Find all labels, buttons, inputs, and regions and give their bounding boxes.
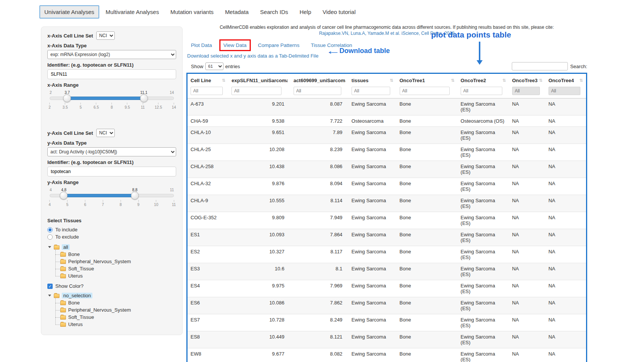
slider-tick: 14 <box>172 103 176 109</box>
table-row[interactable]: ES310.68.1Ewing SarcomaBoneEwing Sarcoma… <box>188 263 586 280</box>
show-color-label: Show Color? <box>55 283 83 289</box>
sort-icon[interactable]: ⇅ <box>502 78 506 83</box>
tree-item-bone[interactable]: Bone <box>60 299 176 306</box>
slider-handle-to[interactable] <box>131 192 139 200</box>
sort-icon[interactable]: ⇅ <box>539 78 542 83</box>
table-row[interactable]: A-6739.2018.087Ewing SarcomaBoneEwing Sa… <box>188 98 586 115</box>
column-header-exp-slfn11[interactable]: expSLFN11_uniSarcoma⇅ <box>228 74 290 86</box>
column-header-oncotree2[interactable]: OncoTree2⇅ <box>458 74 509 86</box>
tree-item-soft-tissue[interactable]: Soft_Tissue <box>60 265 176 272</box>
table-row[interactable]: CHLA-109.6517.89Ewing SarcomaBoneEwing S… <box>188 127 586 144</box>
table-row[interactable]: ES110.0937.864Ewing SarcomaBoneEwing Sar… <box>188 229 586 246</box>
table-filter-row <box>188 86 586 98</box>
nav-tab-video-tutorial[interactable]: Video tutorial <box>317 5 360 19</box>
slider-handle-to[interactable] <box>140 94 148 102</box>
slider-bar[interactable] <box>64 194 134 197</box>
column-header-act609699[interactable]: act609699_uniSarcoma⇅ <box>291 74 349 86</box>
slider-bar[interactable] <box>67 97 144 100</box>
tab-compare-patterns[interactable]: Compare Patterns <box>258 42 300 48</box>
cell-oncotree1: Bone <box>397 229 458 246</box>
column-header-oncotree1[interactable]: OncoTree1⇅ <box>397 74 458 86</box>
nav-tab-mutation-variants[interactable]: Mutation variants <box>166 5 219 19</box>
x-identifier-input[interactable] <box>47 69 176 79</box>
radio-to-exclude[interactable]: To exclude <box>47 233 176 240</box>
nav-tab-univariate-analyses[interactable]: Univariate Analyses <box>39 5 99 19</box>
cell-cell-line: ES6 <box>188 297 228 314</box>
tree-root-exclude[interactable]: no_selection <box>48 292 176 299</box>
entries-select[interactable]: 61 <box>205 62 224 70</box>
y-axis-range-slider[interactable]: 4 11 4.8 8.8 4567891011 <box>50 188 174 209</box>
tab-view-data[interactable]: View Data <box>224 42 247 48</box>
tree-item-uterus[interactable]: Uterus <box>60 272 176 279</box>
column-label: act609699_uniSarcoma <box>294 78 345 83</box>
y-identifier-input[interactable] <box>47 167 176 176</box>
y-cell-line-set-select[interactable]: NCI <box>96 129 115 137</box>
slider-handle-from[interactable] <box>63 94 71 102</box>
nav-tab-search-ids[interactable]: Search IDs <box>255 5 293 19</box>
download-link[interactable]: Download selected x and y axis data as a… <box>187 53 319 59</box>
sort-icon[interactable]: ⇅ <box>580 78 583 83</box>
column-header-cell-line[interactable]: Cell Line⇅ <box>188 74 228 86</box>
filter-input-oncotree3[interactable] <box>512 87 540 95</box>
table-row[interactable]: CHA-599.5387.722OsteosarcomaBoneOsteosar… <box>188 115 586 127</box>
cell-oncotree4: NA <box>546 127 586 144</box>
filter-input-tissues[interactable] <box>352 87 390 95</box>
table-row[interactable]: CHLA-329.8768.094Ewing SarcomaBoneEwing … <box>188 178 586 195</box>
tab-plot-data[interactable]: Plot Data <box>191 42 212 48</box>
cell-tissues: Ewing Sarcoma <box>349 212 397 229</box>
caret-down-icon[interactable] <box>48 246 51 248</box>
table-row[interactable]: ES710.7288.249Ewing SarcomaBoneEwing Sar… <box>188 314 586 331</box>
column-header-oncotree4[interactable]: OncoTree4⇅ <box>546 74 586 86</box>
data-table: Cell Line⇅expSLFN11_uniSarcoma⇅act609699… <box>188 74 586 362</box>
nav-tab-metadata[interactable]: Metadata <box>220 5 254 19</box>
filter-input-cell-line[interactable] <box>191 87 223 95</box>
tree-item-peripheral-nervous-system[interactable]: Peripheral_Nervous_System <box>60 258 176 265</box>
filter-input-exp-slfn11[interactable] <box>231 87 281 95</box>
table-row[interactable]: CHLA-910.5558.114Ewing SarcomaBoneEwing … <box>188 195 586 212</box>
filter-input-oncotree4[interactable] <box>549 87 580 95</box>
radio-checked-icon[interactable] <box>47 227 53 232</box>
tree-item-bone[interactable]: Bone <box>60 251 176 258</box>
tree-item-uterus[interactable]: Uterus <box>60 321 176 328</box>
table-row[interactable]: COG-E-3529.8097.949Ewing SarcomaBoneEwin… <box>188 212 586 229</box>
table-row[interactable]: CHLA-2510.2088.239Ewing SarcomaBoneEwing… <box>188 144 586 161</box>
table-row[interactable]: ES49.9757.969Ewing SarcomaBoneEwing Sarc… <box>188 280 586 297</box>
column-header-oncotree3[interactable]: OncoTree3⇅ <box>509 74 546 86</box>
show-color-checkbox-row[interactable]: Show Color? <box>47 283 176 289</box>
cell-oncotree2: Osteosarcoma (OS) <box>458 115 509 127</box>
checkbox-checked-icon[interactable] <box>47 284 53 289</box>
table-row[interactable]: ES610.0867.862Ewing SarcomaBoneEwing Sar… <box>188 297 586 314</box>
slider-tick: 11 <box>141 103 145 109</box>
search-input[interactable] <box>512 62 568 70</box>
folder-icon <box>60 274 66 278</box>
x-data-type-select[interactable]: exp: mRNA Expression (log2) <box>47 50 176 59</box>
main-content: CellMinerCDB enables exploration and ana… <box>186 24 587 362</box>
table-row[interactable]: EW89.6778.082Ewing SarcomaBoneEwing Sarc… <box>188 348 586 362</box>
radio-to-include[interactable]: To include <box>47 226 176 233</box>
sort-icon[interactable]: ⇅ <box>390 78 393 83</box>
slider-tick: 7 <box>102 200 104 207</box>
tree-item-peripheral-nervous-system[interactable]: Peripheral_Nervous_System <box>60 306 176 314</box>
filter-input-oncotree1[interactable] <box>400 87 450 95</box>
sort-icon[interactable]: ⇅ <box>222 78 225 83</box>
nav-tab-help[interactable]: Help <box>295 5 316 19</box>
sort-icon[interactable]: ⇅ <box>451 78 455 83</box>
x-cell-line-set-select[interactable]: NCI <box>96 31 115 40</box>
y-data-type-select[interactable]: act: Drug Activity (-log10[IC50M]) <box>47 147 176 156</box>
radio-unchecked-icon[interactable] <box>47 234 53 240</box>
nav-tab-multivariate-analyses[interactable]: Multivariate Analyses <box>101 5 164 19</box>
citation-reference-link[interactable]: Rajapakse.VN, Luna.A, Yamade.M et al. iS… <box>186 30 587 36</box>
slider-handle-from[interactable] <box>60 192 68 200</box>
filter-input-oncotree2[interactable] <box>461 87 502 95</box>
caret-down-icon[interactable] <box>48 295 51 296</box>
tree-item-soft-tissue[interactable]: Soft_Tissue <box>60 314 176 321</box>
cell-tissues: Ewing Sarcoma <box>349 229 397 246</box>
filter-input-act609699[interactable] <box>294 87 341 95</box>
cell-cell-line: ES3 <box>188 263 228 280</box>
table-row[interactable]: CHLA-25810.4388.086Ewing SarcomaBoneEwin… <box>188 161 586 178</box>
table-row[interactable]: ES810.4498.121Ewing SarcomaBoneEwing Sar… <box>188 331 586 348</box>
tree-root-include[interactable]: all <box>48 243 176 251</box>
column-header-tissues[interactable]: tissues⇅ <box>349 74 397 86</box>
x-axis-range-slider[interactable]: 2 14 3.7 11.1 23.556.589.51112.514 <box>50 91 174 112</box>
table-row[interactable]: ES210.3278.117Ewing SarcomaBoneEwing Sar… <box>188 246 586 263</box>
